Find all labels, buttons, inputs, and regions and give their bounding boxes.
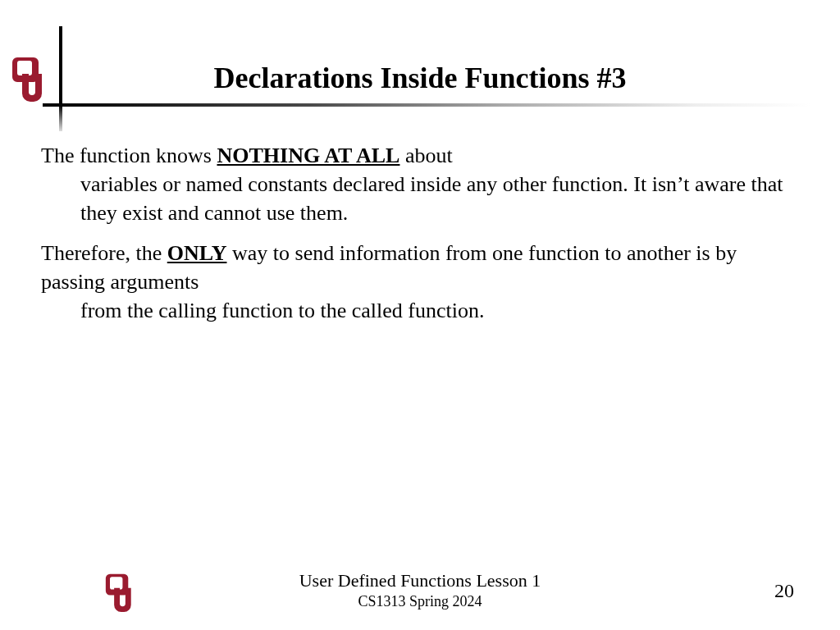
p2-lead: Therefore, the <box>41 241 167 265</box>
p1-emphasis: NOTHING AT ALL <box>217 144 399 167</box>
slide-title: Declarations Inside Functions #3 <box>0 61 840 95</box>
page-number: 20 <box>774 580 794 602</box>
p2-continuation: from the calling function to the called … <box>41 296 797 325</box>
footer-center: User Defined Functions Lesson 1 CS1313 S… <box>0 570 840 610</box>
paragraph-2: Therefore, the ONLY way to send informat… <box>41 239 797 325</box>
p2-emphasis: ONLY <box>167 241 227 265</box>
footer-course-term: CS1313 Spring 2024 <box>0 593 840 610</box>
p1-lead: The function knows <box>41 144 217 167</box>
p1-after: about <box>399 144 452 167</box>
header-horizontal-rule <box>43 103 810 107</box>
footer-lesson-title: User Defined Functions Lesson 1 <box>0 570 840 591</box>
p1-continuation: variables or named constants declared in… <box>41 170 797 227</box>
slide-body: The function knows NOTHING AT ALL about … <box>41 141 797 337</box>
paragraph-1: The function knows NOTHING AT ALL about … <box>41 141 797 227</box>
slide: Declarations Inside Functions #3 The fun… <box>0 0 840 630</box>
